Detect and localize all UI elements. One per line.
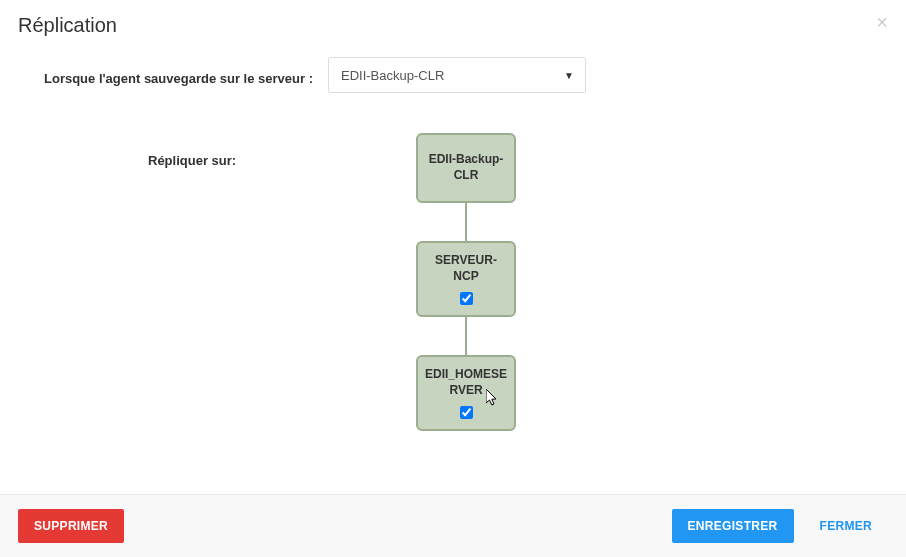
server-label: Lorsque l'agent sauvegarde sur le serveu… bbox=[18, 65, 328, 86]
close-button[interactable]: FERMER bbox=[804, 509, 888, 543]
replication-modal: Réplication × Lorsque l'agent sauvegarde… bbox=[0, 0, 906, 557]
tree-node[interactable]: EDII_HOMESERVER bbox=[416, 355, 516, 431]
node-label: EDII_HOMESERVER bbox=[424, 367, 508, 398]
tree-connector bbox=[465, 203, 467, 241]
node-label: EDII-Backup-CLR bbox=[424, 152, 508, 183]
save-button[interactable]: ENREGISTRER bbox=[672, 509, 794, 543]
replication-tree: EDII-Backup-CLR SERVEUR-NCP EDII_HOMESER… bbox=[328, 133, 888, 431]
tree-connector bbox=[465, 317, 467, 355]
modal-body: Lorsque l'agent sauvegarde sur le serveu… bbox=[0, 45, 906, 494]
server-select[interactable]: EDII-Backup-CLR bbox=[328, 57, 586, 93]
node-checkbox[interactable] bbox=[460, 292, 473, 305]
node-checkbox[interactable] bbox=[460, 406, 473, 419]
modal-footer: SUPPRIMER ENREGISTRER FERMER bbox=[0, 494, 906, 557]
server-row: Lorsque l'agent sauvegarde sur le serveu… bbox=[18, 57, 888, 93]
modal-title: Réplication bbox=[18, 14, 888, 37]
tree-node-root[interactable]: EDII-Backup-CLR bbox=[416, 133, 516, 203]
replicate-row: Répliquer sur: EDII-Backup-CLR SERVEUR-N… bbox=[18, 133, 888, 431]
close-icon[interactable]: × bbox=[876, 12, 888, 32]
modal-header: Réplication × bbox=[0, 0, 906, 45]
replicate-label: Répliquer sur: bbox=[18, 133, 328, 168]
tree-node[interactable]: SERVEUR-NCP bbox=[416, 241, 516, 317]
delete-button[interactable]: SUPPRIMER bbox=[18, 509, 124, 543]
server-select-wrap: EDII-Backup-CLR ▼ bbox=[328, 57, 586, 93]
node-label: SERVEUR-NCP bbox=[424, 253, 508, 284]
